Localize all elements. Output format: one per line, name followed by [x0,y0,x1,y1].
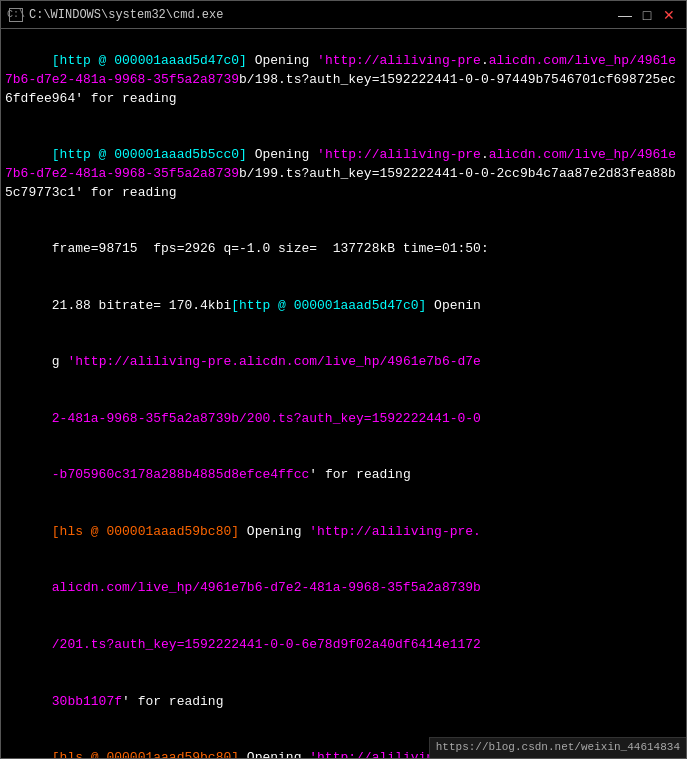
terminal-body: [http @ 000001aaad5d47c0] Opening 'http:… [0,28,687,759]
hls-tag-2: [hls @ 000001aaad59bc80] [52,750,239,759]
stats-line-1c: g 'http://aliliving-pre.alicdn.com/live_… [5,335,682,392]
cmd-icon: C:\ [9,8,23,22]
log-line-1: [http @ 000001aaad5d47c0] Opening 'http:… [5,33,682,127]
stats-line-1b: 21.88 bitrate= 170.4kbi[http @ 000001aaa… [5,278,682,335]
minimize-button[interactable]: — [616,6,634,24]
title-bar: C:\ C:\WINDOWS\system32\cmd.exe — □ ✕ [0,0,687,28]
window-controls: — □ ✕ [616,6,678,24]
hls-line-1b: alicdn.com/live_hp/4961e7b6-d7e2-481a-99… [5,561,682,618]
maximize-button[interactable]: □ [638,6,656,24]
window: C:\ C:\WINDOWS\system32\cmd.exe — □ ✕ [h… [0,0,687,759]
title-bar-left: C:\ C:\WINDOWS\system32\cmd.exe [9,8,223,22]
close-button[interactable]: ✕ [660,6,678,24]
stats-line-1e: -b705960c3178a288b4885d8efce4ffcc' for r… [5,448,682,505]
hls-tag-1: [hls @ 000001aaad59bc80] [52,524,239,539]
tooltip-bar: https://blog.csdn.net/weixin_44614834 [429,737,686,758]
http-tag-2: [http @ 000001aaad5b5cc0] [52,147,247,162]
stats-line-1d: 2-481a-9968-35f5a2a8739b/200.ts?auth_key… [5,391,682,448]
hls-line-1c: /201.ts?auth_key=1592222441-0-0-6e78d9f0… [5,617,682,674]
hls-line-1d: 30bb1107f' for reading [5,674,682,731]
log-line-2: [http @ 000001aaad5b5cc0] Opening 'http:… [5,127,682,221]
http-tag-1: [http @ 000001aaad5d47c0] [52,53,247,68]
hls-line-1: [hls @ 000001aaad59bc80] Opening 'http:/… [5,504,682,561]
tooltip-url: https://blog.csdn.net/weixin_44614834 [436,741,680,753]
window-title: C:\WINDOWS\system32\cmd.exe [29,8,223,22]
stats-line-1: frame=98715 fps=2926 q=-1.0 size= 137728… [5,221,682,278]
